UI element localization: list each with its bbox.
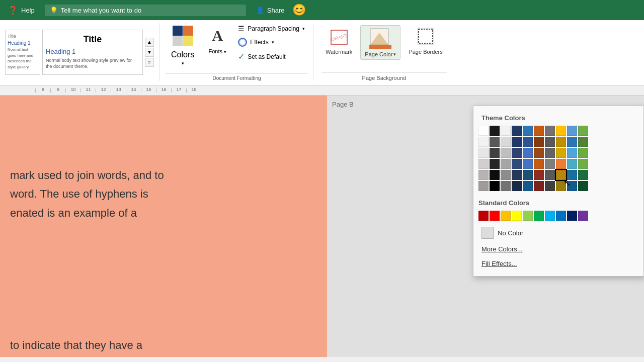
standard-color-swatch[interactable] <box>545 211 555 221</box>
theme-color-swatch[interactable] <box>534 126 544 136</box>
more-colors-button[interactable]: More Colors... <box>473 242 643 256</box>
theme-color-swatch[interactable] <box>567 126 577 136</box>
theme-color-swatch[interactable] <box>545 159 555 169</box>
theme-color-swatch[interactable] <box>478 159 489 169</box>
theme-color-swatch[interactable] <box>512 159 522 169</box>
theme-color-swatch[interactable] <box>556 137 566 147</box>
gallery-up-arrow[interactable]: ▲ <box>145 38 154 47</box>
tell-me-input[interactable]: 💡 Tell me what you want to do <box>45 5 246 16</box>
page-borders-button[interactable]: Page Borders <box>405 25 446 57</box>
theme-color-swatch[interactable] <box>478 126 489 136</box>
no-color-button[interactable]: No Color <box>473 224 643 242</box>
fonts-button[interactable]: A Fonts ▾ <box>204 23 231 56</box>
standard-color-swatch[interactable] <box>556 211 566 221</box>
theme-color-swatch[interactable] <box>534 170 544 180</box>
effects-button[interactable]: Effects ▾ <box>235 36 308 48</box>
theme-color-swatch[interactable] <box>478 148 489 158</box>
ruler-mark: 12 <box>96 88 111 93</box>
theme-color-swatch[interactable] <box>501 181 511 191</box>
ruler-mark: 8 <box>35 88 50 93</box>
theme-color-swatch[interactable] <box>478 170 489 180</box>
ruler-container: 89101112131415161718 <box>35 88 201 93</box>
ruler-mark: 14 <box>126 88 141 93</box>
help-button[interactable]: ❓ Help <box>8 6 35 15</box>
theme-color-swatch[interactable] <box>556 148 566 158</box>
theme-color-swatch[interactable] <box>578 159 588 169</box>
theme-color-swatch[interactable]: ↖ <box>556 170 566 180</box>
theme-color-swatch[interactable] <box>567 170 577 180</box>
theme-color-swatch[interactable] <box>490 137 500 147</box>
standard-color-swatch[interactable] <box>567 211 577 221</box>
style-preview-normal[interactable]: TitleHeading 1Normal text goes here and … <box>5 30 40 75</box>
theme-color-swatch[interactable] <box>556 181 566 191</box>
ruler-mark: 18 <box>186 88 201 93</box>
standard-color-swatch[interactable] <box>501 211 511 221</box>
theme-color-swatch[interactable] <box>578 170 588 180</box>
theme-color-swatch[interactable] <box>567 181 577 191</box>
theme-color-swatch[interactable] <box>545 148 555 158</box>
theme-color-swatch[interactable] <box>478 181 489 191</box>
theme-color-swatch[interactable] <box>512 170 522 180</box>
theme-color-swatch[interactable] <box>578 181 588 191</box>
theme-color-swatch[interactable] <box>501 126 511 136</box>
theme-color-swatch[interactable] <box>490 181 500 191</box>
theme-color-swatch[interactable] <box>534 159 544 169</box>
theme-color-swatch[interactable] <box>523 181 533 191</box>
theme-color-swatch[interactable] <box>523 137 533 147</box>
theme-color-swatch[interactable] <box>512 126 522 136</box>
theme-color-swatch[interactable] <box>512 137 522 147</box>
theme-color-swatch[interactable] <box>512 181 522 191</box>
page-background-group: DRAFT Watermark <box>319 23 447 81</box>
theme-color-swatch[interactable] <box>556 159 566 169</box>
theme-color-swatch[interactable] <box>490 148 500 158</box>
set-default-button[interactable]: ✓ Set as Default <box>235 50 308 63</box>
theme-color-swatch[interactable] <box>534 181 544 191</box>
theme-color-swatch[interactable] <box>501 170 511 180</box>
ruler-mark: 10 <box>65 88 80 93</box>
theme-color-swatch[interactable] <box>501 137 511 147</box>
theme-color-swatch[interactable] <box>578 137 588 147</box>
theme-color-swatch[interactable] <box>523 170 533 180</box>
theme-color-swatch[interactable] <box>545 181 555 191</box>
theme-color-swatch[interactable] <box>534 137 544 147</box>
style-preview-title[interactable]: Title Heading 1 Normal body text showing… <box>42 30 143 75</box>
theme-color-swatch[interactable] <box>578 126 588 136</box>
theme-color-swatch[interactable] <box>534 148 544 158</box>
standard-color-swatch[interactable] <box>490 211 500 221</box>
standard-color-swatch[interactable] <box>523 211 533 221</box>
theme-color-swatch[interactable] <box>578 148 588 158</box>
theme-color-swatch[interactable] <box>501 148 511 158</box>
theme-color-swatch[interactable] <box>545 126 555 136</box>
standard-color-swatch[interactable] <box>578 211 588 221</box>
theme-color-swatch[interactable] <box>567 148 577 158</box>
theme-color-swatch[interactable] <box>501 159 511 169</box>
gallery-more-arrow[interactable]: ≡ <box>145 58 154 67</box>
page-bg-label: Page B <box>332 101 468 108</box>
fill-effects-button[interactable]: Fill Effects... <box>473 256 643 271</box>
paragraph-spacing-button[interactable]: ☰ Paragraph Spacing ▾ <box>235 23 308 34</box>
theme-color-swatch[interactable] <box>523 159 533 169</box>
theme-color-swatch[interactable] <box>490 126 500 136</box>
standard-color-swatch[interactable] <box>534 211 544 221</box>
theme-color-swatch[interactable] <box>545 137 555 147</box>
theme-color-swatch[interactable] <box>490 170 500 180</box>
colors-button[interactable]: Colors ▾ <box>166 23 200 69</box>
theme-color-swatch[interactable] <box>478 137 489 147</box>
gallery-down-arrow[interactable]: ▼ <box>145 48 154 57</box>
theme-color-swatch[interactable] <box>512 148 522 158</box>
page-color-button[interactable]: Page Color ▾ <box>360 25 400 60</box>
standard-color-swatch[interactable] <box>512 211 522 221</box>
theme-color-swatch[interactable] <box>490 159 500 169</box>
theme-color-swatch[interactable] <box>523 126 533 136</box>
ruler-mark: 13 <box>111 88 126 93</box>
watermark-label: Watermark <box>326 49 352 55</box>
theme-color-swatch[interactable] <box>523 148 533 158</box>
share-button[interactable]: 👤 Share <box>256 7 285 14</box>
ruler-mark: 16 <box>156 88 171 93</box>
theme-color-swatch[interactable] <box>567 159 577 169</box>
theme-color-swatch[interactable] <box>545 170 555 180</box>
theme-color-swatch[interactable] <box>556 126 566 136</box>
standard-color-swatch[interactable] <box>478 211 489 221</box>
watermark-button[interactable]: DRAFT Watermark <box>321 25 356 62</box>
theme-color-swatch[interactable] <box>567 137 577 147</box>
